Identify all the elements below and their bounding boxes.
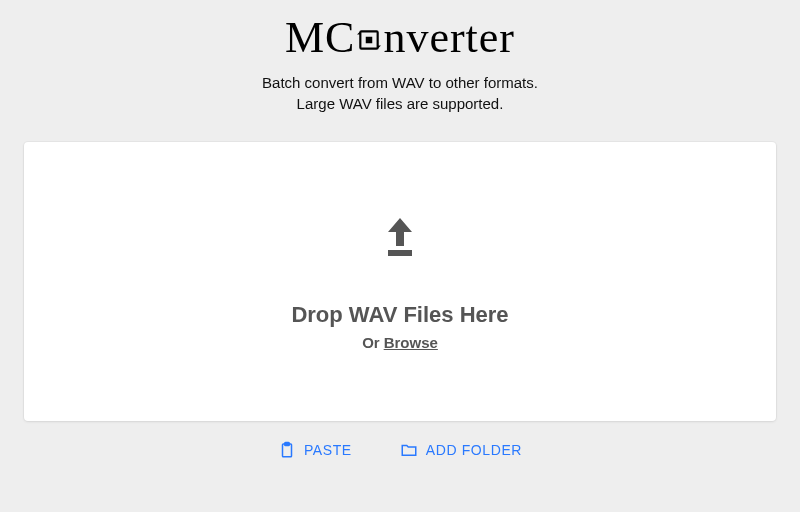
logo-text-left: MC	[285, 16, 355, 60]
dropzone-title: Drop WAV Files Here	[291, 302, 508, 328]
svg-rect-4	[285, 443, 290, 446]
action-bar: PASTE ADD FOLDER	[274, 435, 526, 465]
upload-icon	[376, 212, 424, 264]
file-dropzone[interactable]: Drop WAV Files Here Or Browse	[24, 142, 776, 421]
or-label: Or	[362, 334, 380, 351]
logo-text-right: nverter	[383, 16, 515, 60]
add-folder-label: ADD FOLDER	[426, 442, 522, 458]
folder-icon	[400, 441, 418, 459]
browse-link[interactable]: Browse	[384, 334, 438, 351]
svg-rect-1	[366, 37, 373, 44]
paste-button[interactable]: PASTE	[274, 435, 356, 465]
dropzone-subtext: Or Browse	[362, 334, 438, 351]
svg-rect-2	[388, 250, 412, 256]
paste-label: PASTE	[304, 442, 352, 458]
convert-icon	[356, 27, 382, 53]
clipboard-icon	[278, 441, 296, 459]
page-subtitle: Batch convert from WAV to other formats.…	[262, 72, 538, 114]
app-logo: MC nverter	[285, 16, 515, 60]
add-folder-button[interactable]: ADD FOLDER	[396, 435, 526, 465]
